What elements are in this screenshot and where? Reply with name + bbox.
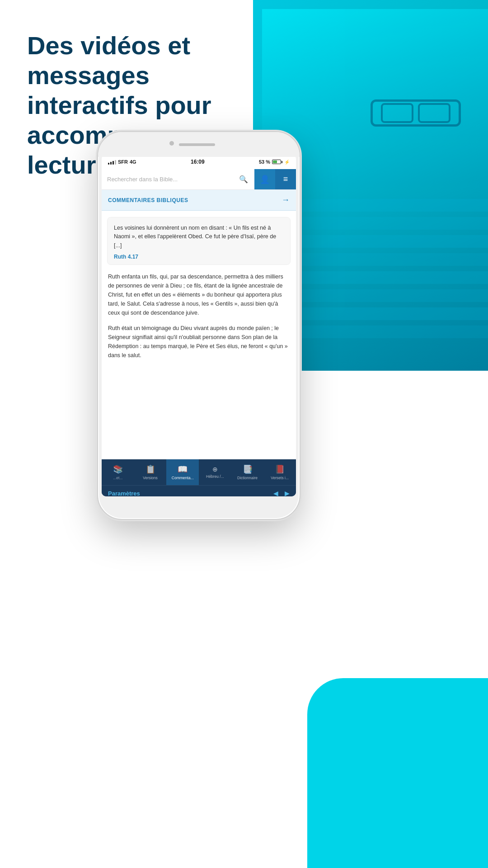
status-left: SFR 4G [108, 159, 136, 165]
menu-button[interactable]: ≡ [275, 169, 296, 189]
commentary-paragraph-2: Ruth était un témoignage du Dieu vivant … [108, 324, 290, 360]
params-prev-arrow[interactable]: ◀ [273, 490, 278, 496]
bar2 [110, 162, 112, 165]
battery-percent: 53 % [259, 159, 270, 165]
nav-tab-versions[interactable]: 📋 Versions [134, 459, 167, 485]
verse-reference: Ruth 4.17 [114, 254, 284, 260]
nav-tab-dictionary-label: Dictionnaire [237, 476, 258, 480]
nav-tab-versions-icon: 📋 [145, 464, 155, 474]
verse-card: Les voisines lui donnèrent un nom en dis… [107, 217, 291, 265]
power-button [300, 213, 300, 234]
header-actions: 👤 ≡ [254, 169, 296, 189]
params-next-arrow[interactable]: ▶ [285, 490, 290, 496]
search-placeholder: Rechercher dans la Bible... [107, 176, 235, 183]
battery-body [272, 160, 281, 164]
background-cyan-bottom [307, 678, 488, 868]
nav-tab-hebrew-icon: ⊕ [212, 466, 218, 473]
battery-tip [282, 161, 282, 163]
phone-mockup: SFR 4G 16:09 53 % ⚡ [97, 131, 300, 520]
verse-text: Les voisines lui donnèrent un nom en dis… [114, 224, 284, 250]
phone-outer: SFR 4G 16:09 53 % ⚡ [97, 131, 300, 520]
commentary-paragraph-1: Ruth enfanta un fils, qui, par sa descen… [108, 272, 290, 317]
time-label: 16:09 [191, 159, 205, 165]
nav-tab-verses[interactable]: 📕 Versets i... [263, 459, 296, 485]
nav-tab-commentary-icon: 📖 [178, 464, 188, 474]
nav-tab-hebrew[interactable]: ⊕ Hébreu /... [199, 459, 231, 485]
nav-tab-0[interactable]: 📚 ...et... [102, 459, 134, 485]
params-bar: Paramètres ◀ ▶ [102, 486, 296, 496]
commentary-content: Ruth enfanta un fils, qui, par sa descen… [102, 269, 296, 360]
battery-fill [273, 160, 277, 163]
nav-tab-commentary-label: Commenta... [172, 476, 194, 480]
search-icon[interactable]: 🔍 [238, 174, 249, 185]
profile-button[interactable]: 👤 [254, 169, 275, 189]
volume-up-button [97, 200, 98, 216]
search-bar[interactable]: Rechercher dans la Bible... 🔍 👤 ≡ [102, 169, 296, 190]
phone-speaker [179, 143, 215, 146]
params-label[interactable]: Paramètres [108, 490, 273, 497]
signal-bars [108, 159, 116, 165]
search-input-area[interactable]: Rechercher dans la Bible... 🔍 [102, 169, 254, 189]
nav-tab-dictionary[interactable]: 📑 Dictionnaire [231, 459, 264, 485]
params-navigation: ◀ ▶ [273, 490, 290, 496]
nav-tab-versions-label: Versions [143, 476, 158, 480]
battery-icon [272, 160, 282, 164]
profile-icon: 👤 [260, 175, 270, 184]
bar3 [113, 161, 114, 165]
nav-tab-verses-icon: 📕 [275, 464, 285, 474]
nav-tabs: 📚 ...et... 📋 Versions 📖 Commenta... [102, 459, 296, 486]
nav-tab-commentary[interactable]: 📖 Commenta... [166, 459, 199, 485]
menu-icon: ≡ [283, 175, 288, 184]
lightning-icon: ⚡ [284, 160, 290, 165]
arrow-right-icon: → [282, 195, 290, 205]
commentary-banner[interactable]: COMMENTAIRES BIBLIQUES → [102, 190, 296, 211]
bar1 [108, 163, 109, 165]
nav-tab-hebrew-label: Hébreu /... [206, 474, 224, 479]
status-right: 53 % ⚡ [259, 159, 290, 165]
nav-tab-0-label: ...et... [113, 476, 122, 480]
phone-camera [169, 141, 174, 146]
nav-tab-0-icon: 📚 [113, 464, 123, 474]
phone-notch [98, 132, 300, 157]
commentary-label: COMMENTAIRES BIBLIQUES [108, 197, 282, 203]
nav-tab-verses-label: Versets i... [271, 476, 289, 480]
network-label: 4G [130, 159, 136, 165]
carrier-label: SFR [118, 159, 128, 165]
phone-screen: SFR 4G 16:09 53 % ⚡ [102, 155, 296, 496]
volume-down-button [97, 222, 98, 247]
bar4 [115, 160, 116, 165]
bottom-nav: 📚 ...et... 📋 Versions 📖 Commenta... [102, 459, 296, 496]
nav-tab-dictionary-icon: 📑 [243, 464, 253, 474]
